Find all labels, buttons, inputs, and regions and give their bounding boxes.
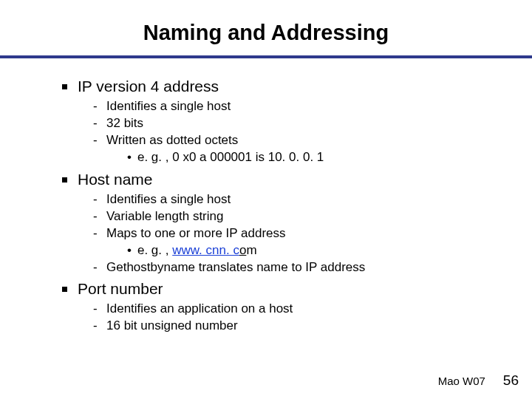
sub-bullet: -Gethostbyname translates name to IP add… <box>93 259 532 276</box>
page-number: 56 <box>503 372 519 389</box>
sub-bullet: -Identifies a single host <box>93 98 532 115</box>
slide-title: Naming and Addressing <box>0 0 532 55</box>
square-bullet-icon <box>62 287 67 292</box>
bullet-port-number: Port number <box>62 280 532 298</box>
link-suffix: m <box>246 243 256 257</box>
footer: Mao W07 56 <box>438 372 519 389</box>
dash-icon: - <box>93 318 99 335</box>
dash-icon: - <box>93 301 99 318</box>
subsub-text: e. g. , 0 x0 a 000001 is 10. 0. 0. 1 <box>137 149 324 166</box>
sub-text: 16 bit unsigned number <box>106 318 238 335</box>
dash-icon: - <box>93 115 99 132</box>
eg-prefix: e. g. , <box>137 243 172 257</box>
sub-text: Identifies a single host <box>106 98 231 115</box>
sub-text: 32 bits <box>106 115 143 132</box>
bullet-host-name: Host name <box>62 171 532 188</box>
dash-icon: - <box>93 225 99 242</box>
subsub-text: e. g. , www. cnn. com <box>137 242 257 259</box>
dash-icon: - <box>93 191 99 208</box>
sub-text: Maps to one or more IP address <box>106 225 286 242</box>
dash-icon: - <box>93 132 99 149</box>
bullet-heading: IP version 4 address <box>78 78 219 95</box>
sub-text: Variable length string <box>106 208 223 225</box>
sub-bullet: -Identifies a single host <box>93 191 532 208</box>
link-tail: o <box>239 243 246 257</box>
subsub-bullet: •e. g. , 0 x0 a 000001 is 10. 0. 0. 1 <box>127 149 532 166</box>
subsub-bullet: • e. g. , www. cnn. com <box>127 242 532 259</box>
sub-bullet: -16 bit unsigned number <box>93 318 532 335</box>
dash-icon: - <box>93 98 99 115</box>
dash-icon: - <box>93 259 99 276</box>
slide-body: IP version 4 address -Identifies a singl… <box>0 58 532 335</box>
bullet-heading: Port number <box>78 280 163 298</box>
sub-bullet: -32 bits <box>93 115 532 132</box>
sub-bullet: -Written as dotted octets <box>93 132 532 149</box>
sub-text: Identifies a single host <box>106 191 231 208</box>
dot-icon: • <box>127 242 132 259</box>
link-cnn[interactable]: www. cnn. c <box>172 243 239 257</box>
dot-icon: • <box>127 149 132 166</box>
sub-text: Identifies an application on a host <box>106 301 293 318</box>
sub-text: Gethostbyname translates name to IP addr… <box>106 259 365 276</box>
sub-bullet: -Identifies an application on a host <box>93 301 532 318</box>
square-bullet-icon <box>62 177 67 183</box>
sub-text: Written as dotted octets <box>106 132 238 149</box>
dash-icon: - <box>93 208 99 225</box>
bullet-heading: Host name <box>78 171 153 188</box>
sub-bullet: -Variable length string <box>93 208 532 225</box>
sub-bullet: -Maps to one or more IP address <box>93 225 532 242</box>
square-bullet-icon <box>62 84 67 89</box>
bullet-ip-address: IP version 4 address <box>62 78 532 95</box>
footer-credit: Mao W07 <box>438 375 485 387</box>
